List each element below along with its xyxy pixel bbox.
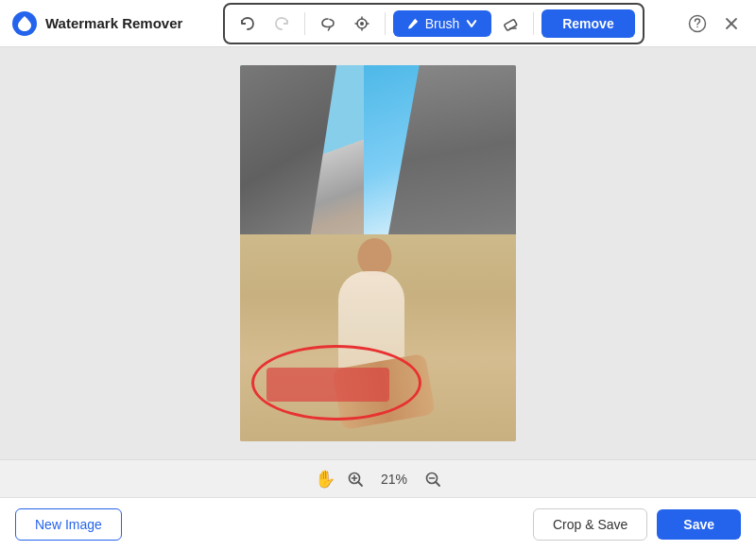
footer-left: New Image	[15, 508, 122, 541]
zoom-in-icon[interactable]	[347, 471, 364, 488]
svg-point-2	[360, 22, 364, 26]
undo-button[interactable]	[232, 9, 263, 39]
svg-line-15	[358, 482, 362, 486]
brush-dropdown-icon	[465, 17, 478, 30]
header: Watermark Remover	[0, 0, 756, 47]
eraser-button[interactable]	[495, 9, 525, 39]
toolbar-separator-1	[304, 12, 305, 35]
magic-select-button[interactable]	[347, 9, 377, 39]
close-button[interactable]	[718, 10, 745, 37]
main-canvas-area	[0, 47, 756, 459]
help-button[interactable]	[684, 10, 711, 37]
app-logo-icon	[11, 10, 38, 37]
lasso-button[interactable]	[313, 9, 343, 39]
main-image	[240, 65, 516, 441]
save-button[interactable]: Save	[657, 509, 741, 540]
brush-label: Brush	[425, 16, 460, 31]
footer-right: Crop & Save Save	[533, 508, 741, 541]
new-image-button[interactable]: New Image	[15, 508, 122, 541]
toolbar-separator-2	[385, 12, 386, 35]
remove-button[interactable]: Remove	[541, 9, 634, 38]
toolbar-separator-3	[533, 12, 534, 35]
svg-line-19	[436, 482, 439, 486]
header-left: Watermark Remover	[11, 10, 182, 37]
brush-button[interactable]: Brush	[393, 10, 492, 37]
brush-stroke-area	[266, 368, 389, 402]
person-head	[357, 238, 391, 276]
footer: New Image Crop & Save Save	[0, 497, 756, 550]
svg-point-11	[696, 26, 698, 27]
toolbar: Brush Remove	[223, 3, 644, 44]
zoom-out-icon[interactable]	[424, 471, 441, 488]
app-title: Watermark Remover	[45, 15, 182, 31]
zoom-bar: ✋ 21%	[0, 459, 756, 497]
zoom-level: 21%	[375, 472, 413, 487]
image-container[interactable]	[240, 65, 516, 441]
crop-save-button[interactable]: Crop & Save	[533, 508, 647, 541]
rock-left	[240, 65, 336, 253]
redo-button[interactable]	[266, 9, 297, 39]
hand-tool-icon[interactable]: ✋	[315, 469, 335, 490]
header-right	[684, 10, 745, 37]
